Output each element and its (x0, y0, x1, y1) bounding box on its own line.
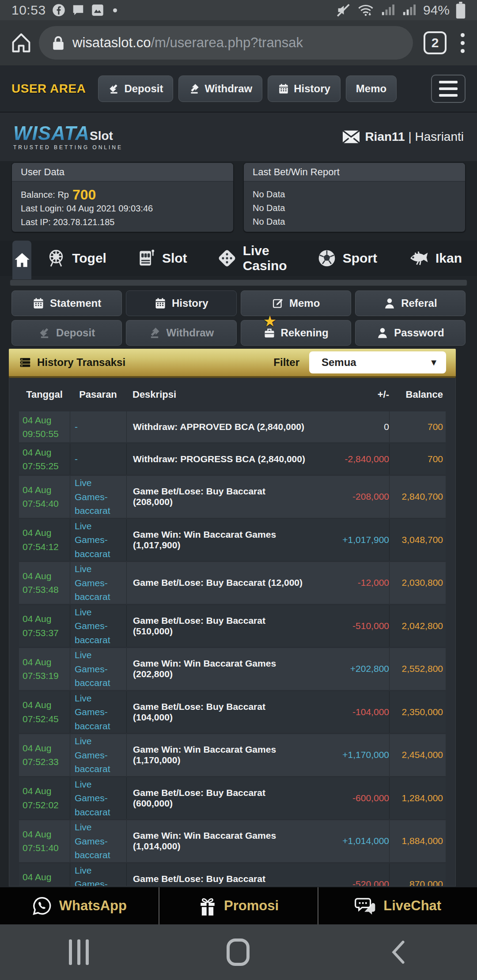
last-ip: Last IP: 203.78.121.185 (21, 215, 224, 229)
cell-amount: +1,170,000 (307, 734, 389, 776)
android-home-button[interactable] (227, 939, 250, 966)
cell-deskripsi: Game Win: Win Baccarat Games (1,017,900) (126, 519, 307, 561)
cell-amount: -510,000 (307, 605, 389, 647)
col-tanggal: Tanggal (19, 389, 70, 400)
cell-tanggal: 04 Aug07:51:40 (19, 820, 70, 862)
filter-label: Filter (273, 356, 299, 369)
referal-label: Referal (401, 297, 437, 309)
livechat-link[interactable]: LiveChat (318, 887, 477, 924)
mute-icon (336, 3, 351, 18)
cell-pasaran: - (70, 444, 126, 475)
cell-deskripsi: Game Bet/Lose: Buy Baccarat (12,000) (126, 562, 307, 604)
facebook-icon (52, 4, 65, 17)
deposit-icon (38, 327, 51, 339)
withdraw-button[interactable]: Withdraw (126, 320, 236, 346)
back-button[interactable] (388, 939, 408, 966)
header-withdraw-button[interactable]: Withdraw (178, 75, 262, 102)
promosi-link[interactable]: Promosi (159, 887, 319, 924)
header-memo-button[interactable]: Memo (346, 75, 397, 102)
cell-tanggal: 04 Aug07:52:02 (19, 777, 70, 819)
hamburger-menu-icon[interactable] (431, 75, 466, 103)
memo-label: Memo (289, 297, 320, 309)
tab-count-button[interactable]: 2 (424, 31, 447, 54)
rekening-button[interactable]: ★ Rekening (241, 320, 351, 346)
cell-amount: -104,000 (307, 691, 389, 733)
tab-ikan[interactable]: Ikan (392, 241, 477, 276)
withdraw-icon (148, 327, 161, 339)
tab-togel[interactable]: Togel (31, 241, 121, 276)
slot-machine-icon (136, 249, 156, 268)
recent-apps-button[interactable] (69, 939, 89, 965)
bottom-bar: WhatsApp Promosi LiveChat (0, 887, 477, 924)
message-icon (72, 4, 85, 17)
header-deposit-button[interactable]: Deposit (98, 75, 173, 102)
page-title: USER AREA (11, 82, 86, 96)
tab-sport[interactable]: Sport (302, 241, 392, 276)
memo-button[interactable]: Memo (241, 290, 351, 316)
history-label: History (172, 297, 208, 309)
tab-togel-label: Togel (72, 251, 106, 266)
col-pasaran: Pasaran (70, 389, 126, 400)
cell-tanggal: 04 Aug07:50:57 (19, 863, 70, 887)
home-icon (13, 251, 31, 269)
last-bet-line: No Data (253, 215, 456, 229)
url-bar[interactable]: wisataslot.co/m/userarea.php?transak (39, 26, 413, 60)
cell-pasaran: Live Games-baccarat (70, 519, 126, 561)
game-tabs-band: Togel Slot Live Casino Sport Ikan (0, 241, 477, 276)
cell-balance: 2,840,700 (389, 476, 446, 518)
whatsapp-link[interactable]: WhatsApp (0, 887, 159, 924)
whatsapp-label: WhatsApp (59, 898, 127, 914)
cell-balance: 1,884,000 (389, 820, 446, 862)
livechat-label: LiveChat (383, 898, 441, 914)
tab-slot-label: Slot (162, 251, 187, 266)
table-row: 04 Aug07:54:12 Live Games-baccarat Game … (19, 519, 446, 561)
battery-icon (456, 2, 466, 19)
cell-balance: 2,042,800 (389, 605, 446, 647)
table-row: 04 Aug07:52:02 Live Games-baccarat Game … (19, 777, 446, 819)
account-fullname: Hasrianti (415, 130, 464, 143)
cell-balance: 2,552,800 (389, 648, 446, 690)
table-icon (19, 356, 32, 369)
tab-sport-label: Sport (343, 251, 377, 266)
last-bet-panel: Last Bet/Win Report No Data No Data No D… (243, 162, 466, 232)
cell-tanggal: 04 Aug09:50:55 (19, 411, 70, 442)
filter-select[interactable]: Semua ▼ (309, 351, 446, 373)
referal-button[interactable]: Referal (355, 290, 466, 316)
table-row: 04 Aug07:53:19 Live Games-baccarat Game … (19, 648, 446, 690)
logo-slot: Slot (90, 129, 113, 143)
header-history-button[interactable]: History (268, 75, 341, 102)
browser-menu-icon[interactable] (458, 30, 467, 56)
tab-live-casino[interactable]: Live Casino (202, 241, 302, 276)
tab-home[interactable] (12, 241, 31, 279)
tab-slot[interactable]: Slot (121, 241, 202, 276)
promosi-label: Promosi (224, 898, 279, 914)
rekening-label: Rekening (281, 327, 329, 339)
envelope-icon[interactable] (343, 130, 360, 143)
table-header: Tanggal Pasaran Deskripsi +/- Balance (9, 378, 455, 411)
history-table: Tanggal Pasaran Deskripsi +/- Balance 04… (9, 378, 456, 886)
cell-tanggal: 04 Aug07:55:25 (19, 444, 70, 475)
cell-deskripsi: Game Bet/Lose: Buy Baccarat (520,000) (126, 863, 307, 887)
soccer-ball-icon (317, 249, 337, 268)
cell-pasaran: Live Games-baccarat (70, 562, 126, 604)
withdraw-label: Withdraw (166, 327, 214, 339)
calendar-icon (154, 297, 167, 309)
star-icon: ★ (264, 313, 276, 329)
history-title: History Transaksi (37, 356, 125, 369)
statement-button[interactable]: Statement (11, 290, 122, 316)
tabs-divider (10, 279, 467, 286)
cell-deskripsi: Game Bet/Lose: Buy Baccarat (510,000) (126, 605, 307, 647)
browser-home-icon[interactable] (10, 31, 33, 54)
cell-deskripsi: Withdraw: PROGRESS BCA (2,840,000) (126, 444, 307, 475)
col-balance: Balance (389, 389, 446, 400)
tab-live-casino-label: Live Casino (243, 243, 287, 273)
fish-icon (407, 249, 429, 267)
deposit-button[interactable]: Deposit (11, 320, 122, 346)
cell-pasaran: Live Games-baccarat (70, 691, 126, 733)
site-logo[interactable]: WISATASlot TRUSTED BETTING ONLINE (13, 124, 123, 150)
cell-pasaran: Live Games-baccarat (70, 648, 126, 690)
togel-wheel-icon (46, 249, 66, 268)
password-button[interactable]: Password (355, 320, 466, 346)
history-button[interactable]: History (126, 290, 236, 316)
cell-pasaran: Live Games-baccarat (70, 734, 126, 776)
